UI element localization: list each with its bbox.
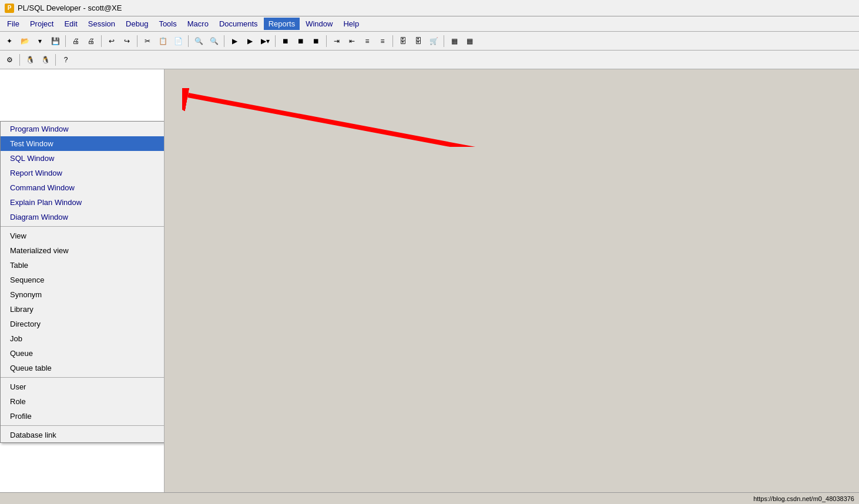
menu-session[interactable]: Session (83, 18, 120, 30)
format-btn[interactable]: ≡ (360, 34, 374, 48)
toolbar-1: ✦ 📂 ▾ 💾 🖨 🖨 ↩ ↪ ✂ 📋 📄 🔍 🔍 ▶ ▶ ▶▾ ⏹ ⏹ ⏹ ⇥… (0, 32, 859, 51)
menu-database-link[interactable]: Database link (1, 428, 165, 442)
status-url: https://blog.csdn.net/m0_48038376 (753, 495, 854, 502)
dropdown-menu: Program Window ▶ Test Window SQL Window … (0, 121, 165, 443)
menu-synonym[interactable]: Synonym (1, 287, 165, 302)
content-area (165, 69, 859, 492)
menu-documents[interactable]: Documents (214, 18, 263, 30)
db1-btn[interactable]: 🗄 (396, 34, 410, 48)
menu-help[interactable]: Help (338, 18, 364, 30)
menu-macro[interactable]: Macro (183, 18, 213, 30)
help-btn[interactable]: ? (59, 53, 73, 67)
redo-btn[interactable]: ↪ (120, 34, 134, 48)
menu-library[interactable]: Library (1, 302, 165, 317)
menu-file[interactable]: File (2, 18, 24, 30)
sep3 (137, 35, 137, 47)
menu-view[interactable]: View (1, 229, 165, 243)
menu-directory[interactable]: Directory (1, 317, 165, 331)
menu-job[interactable]: Job (1, 331, 165, 346)
menu-explain-plan-window[interactable]: Explain Plan Window (1, 195, 165, 210)
search2-btn[interactable]: 🔍 (207, 34, 221, 48)
app-icon: P (5, 4, 14, 13)
copy-btn[interactable]: 📋 (156, 34, 170, 48)
gear-btn[interactable]: ⚙ (2, 53, 16, 67)
menu-queue-table[interactable]: Queue table (1, 361, 165, 375)
menu-report-window[interactable]: Report Window (1, 166, 165, 180)
paste-btn[interactable]: 📄 (171, 34, 185, 48)
sep1 (65, 35, 66, 47)
sep7 (326, 35, 327, 47)
menu-user[interactable]: User (1, 379, 165, 394)
menu-profile[interactable]: Profile (1, 409, 165, 424)
stop2-btn[interactable]: ⏹ (294, 34, 308, 48)
sep9 (444, 35, 444, 47)
sep11 (55, 54, 56, 66)
menu-tools[interactable]: Tools (154, 18, 181, 30)
menu-command-window[interactable]: Command Window (1, 180, 165, 195)
print1-btn[interactable]: 🖨 (69, 34, 83, 48)
menu-role[interactable]: Role (1, 394, 165, 409)
title-text: PL/SQL Developer - scott@XE (18, 4, 122, 12)
db2-btn[interactable]: 🗄 (411, 34, 425, 48)
search1-btn[interactable]: 🔍 (192, 34, 206, 48)
sep2 (101, 35, 102, 47)
main-area: Program Window ▶ Test Window SQL Window … (0, 69, 859, 492)
title-bar: P PL/SQL Developer - scott@XE (0, 0, 859, 16)
menu-window[interactable]: Window (301, 18, 337, 30)
sep6 (275, 35, 276, 47)
menu-diagram-window[interactable]: Diagram Window (1, 210, 165, 224)
menu-program-window[interactable]: Program Window ▶ (1, 122, 165, 136)
menu-debug[interactable]: Debug (121, 18, 153, 30)
indent-btn[interactable]: ⇥ (330, 34, 344, 48)
outdent-btn[interactable]: ⇤ (345, 34, 359, 48)
undo-btn[interactable]: ↩ (105, 34, 119, 48)
print2-btn[interactable]: 🖨 (84, 34, 98, 48)
menu-materialized-view[interactable]: Materialized view (1, 243, 165, 258)
sep10 (19, 54, 20, 66)
open-btn[interactable]: 📂 (18, 34, 32, 48)
sep8 (392, 35, 393, 47)
sep-d2 (1, 377, 165, 378)
cut-btn[interactable]: ✂ (140, 34, 155, 48)
new-btn[interactable]: ✦ (2, 34, 16, 48)
menu-project[interactable]: Project (25, 18, 58, 30)
stop3-btn[interactable]: ⏹ (309, 34, 323, 48)
table1-btn[interactable]: ▦ (447, 34, 461, 48)
sidebar: Program Window ▶ Test Window SQL Window … (0, 69, 165, 492)
stop1-btn[interactable]: ⏹ (278, 34, 293, 48)
sep4 (188, 35, 189, 47)
toolbar-2: ⚙ 🐧 🐧 ? (0, 51, 859, 69)
run2-btn[interactable]: ▶ (243, 34, 257, 48)
menu-reports[interactable]: Reports (264, 18, 300, 30)
menu-queue[interactable]: Queue (1, 346, 165, 361)
menu-table[interactable]: Table (1, 258, 165, 273)
menu-test-window[interactable]: Test Window (1, 136, 165, 151)
hat2-btn[interactable]: 🐧 (38, 53, 52, 67)
save-btn[interactable]: 💾 (48, 34, 62, 48)
status-bar: https://blog.csdn.net/m0_48038376 (0, 492, 859, 504)
dropdown-btn[interactable]: ▾ (33, 34, 47, 48)
menu-sequence[interactable]: Sequence (1, 273, 165, 287)
db3-btn[interactable]: 🛒 (427, 34, 441, 48)
menu-bar: File Project Edit Session Debug Tools Ma… (0, 16, 859, 32)
run3-btn[interactable]: ▶▾ (258, 34, 272, 48)
menu-sql-window[interactable]: SQL Window (1, 151, 165, 166)
menu-edit[interactable]: Edit (59, 18, 82, 30)
sep-d1 (1, 226, 165, 227)
table2-btn[interactable]: ▦ (462, 34, 477, 48)
sep-d3 (1, 425, 165, 426)
lines-btn[interactable]: ≡ (375, 34, 390, 48)
hat1-btn[interactable]: 🐧 (23, 53, 37, 67)
run1-btn[interactable]: ▶ (227, 34, 241, 48)
sep5 (224, 35, 224, 47)
